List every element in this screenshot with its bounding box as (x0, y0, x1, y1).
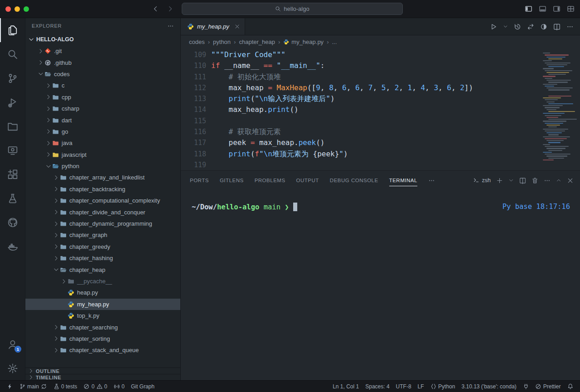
status-ports[interactable]: 0 (111, 381, 128, 392)
line-number[interactable]: 110 (181, 60, 206, 71)
line-number[interactable]: 117 (181, 137, 206, 148)
tree-item-python[interactable]: python (25, 160, 180, 172)
code-line-118[interactable]: 118 print(f"\n堆顶元素为 {peek}") (181, 149, 580, 160)
open-changes-button[interactable] (527, 23, 534, 30)
layout-grid-button[interactable] (567, 5, 575, 13)
activity-project-manager[interactable] (0, 114, 25, 138)
tab-my-heap-py[interactable]: my_heap.py (181, 18, 245, 35)
panel-tab-debug-console[interactable]: DEBUG CONSOLE (330, 175, 378, 186)
line-number[interactable]: 109 (181, 49, 206, 60)
terminal-profiles-button[interactable] (508, 178, 514, 183)
command-center-search[interactable]: hello-algo (182, 3, 403, 15)
status-problems[interactable]: 00 (80, 381, 110, 392)
code-line-109[interactable]: 109"""Driver Code""" (181, 49, 580, 60)
tree-item-my-heap-py[interactable]: my_heap.py (25, 299, 180, 310)
tree-item-chapter-divide-and-conquer[interactable]: chapter_divide_and_conquer (25, 206, 180, 218)
status-indentation[interactable]: Spaces: 4 (362, 381, 392, 392)
tree-item-chapter-greedy[interactable]: chapter_greedy (25, 241, 180, 252)
panel-tab-problems[interactable]: PROBLEMS (255, 175, 285, 186)
layout-sidebar-right-button[interactable] (553, 5, 561, 13)
tree-item-chapter-computational-complexity[interactable]: chapter_computational_complexity (25, 195, 180, 206)
tree-item-chapter-array-and-linkedlist[interactable]: chapter_array_and_linkedlist (25, 172, 180, 183)
line-number[interactable]: 118 (181, 149, 206, 160)
tree-item-chapter-sorting[interactable]: chapter_sorting (25, 333, 180, 344)
status-remote-indicator[interactable] (4, 381, 16, 392)
activity-testing[interactable] (0, 186, 25, 210)
status-cursor-position[interactable]: Ln 1, Col 1 (329, 381, 362, 392)
breadcrumb-item-python[interactable]: python (213, 39, 231, 45)
panel-tabs-more-button[interactable] (428, 177, 435, 184)
tree-item-chapter-searching[interactable]: chapter_searching (25, 321, 180, 333)
tree-item-cpp[interactable]: cpp (25, 92, 180, 103)
status-language-mode[interactable]: Python (427, 381, 459, 392)
status-connection[interactable] (520, 381, 532, 392)
status-python-interpreter[interactable]: 3.10.13 ('base': conda) (458, 381, 519, 392)
panel-tab-terminal[interactable]: TERMINAL (389, 175, 417, 186)
breadcrumb-item-my-heap-py[interactable]: my_heap.py (283, 39, 324, 45)
code-editor[interactable]: 109"""Driver Code"""110if __name__ == "_… (181, 48, 580, 170)
kill-terminal-button[interactable] (532, 177, 538, 184)
minimize-window-button[interactable] (14, 6, 20, 12)
status-git-branch[interactable]: main (16, 381, 50, 392)
breadcrumb-item-codes[interactable]: codes (189, 39, 205, 45)
code-line-116[interactable]: 116 # 获取堆顶元素 (181, 126, 580, 137)
section-outline[interactable]: OUTLINE (25, 368, 180, 374)
tree-item-pycache[interactable]: __pycache__ (25, 276, 180, 287)
status-git-graph[interactable]: Git Graph (128, 381, 158, 392)
navigate-forward-button[interactable] (164, 3, 176, 15)
activity-settings[interactable] (0, 356, 25, 380)
split-editor-button[interactable] (553, 23, 561, 30)
tree-root-hello-algo[interactable]: HELLO-ALGO (25, 34, 180, 45)
minimap[interactable] (543, 52, 575, 165)
close-tab-button[interactable] (234, 24, 240, 29)
status-tests[interactable]: 0 tests (50, 381, 81, 392)
activity-remote-explorer[interactable] (0, 138, 25, 162)
code-line-113[interactable]: 113 print("\n输入列表并建堆后") (181, 93, 580, 104)
activity-source-control[interactable] (0, 66, 25, 90)
tree-item-chapter-graph[interactable]: chapter_graph (25, 229, 180, 241)
navigate-back-button[interactable] (149, 3, 162, 15)
panel-more-actions-button[interactable] (544, 177, 551, 184)
tree-item-chapter-heap[interactable]: chapter_heap (25, 264, 180, 275)
status-prettier[interactable]: Prettier (532, 381, 564, 392)
tree-item-heap-py[interactable]: heap.py (25, 287, 180, 298)
status-encoding[interactable]: UTF-8 (393, 381, 415, 392)
tree-item-codes[interactable]: codes (25, 68, 180, 80)
section-timeline[interactable]: TIMELINE (25, 374, 180, 380)
status-notifications[interactable] (564, 381, 577, 392)
code-line-117[interactable]: 117 peek = max_heap.peek() (181, 137, 580, 148)
line-number[interactable]: 111 (181, 72, 206, 82)
code-line-114[interactable]: 114 max_heap.print() (181, 104, 580, 115)
code-line-110[interactable]: 110if __name__ == "__main__": (181, 60, 580, 71)
line-number[interactable]: 114 (181, 104, 206, 115)
panel-tab-output[interactable]: OUTPUT (296, 175, 319, 186)
tree-item-chapter-dynamic-programming[interactable]: chapter_dynamic_programming (25, 218, 180, 229)
breadcrumb-item-[interactable]: ... (332, 39, 337, 45)
line-number[interactable]: 115 (181, 116, 206, 126)
activity-explorer[interactable] (0, 18, 25, 42)
code-line-112[interactable]: 112 max_heap = MaxHeap([9, 8, 6, 6, 7, 5… (181, 82, 580, 93)
tree-item-chapter-hashing[interactable]: chapter_hashing (25, 252, 180, 264)
terminal-instance-zsh[interactable]: zsh (473, 177, 491, 184)
line-number[interactable]: 112 (181, 82, 206, 93)
breadcrumb-item-chapter-heap[interactable]: chapter_heap (239, 39, 275, 45)
layout-panel-button[interactable] (539, 5, 546, 13)
close-panel-button[interactable] (567, 177, 574, 184)
panel-tab-ports[interactable]: PORTS (190, 175, 209, 186)
run-options-button[interactable] (503, 24, 508, 29)
tree-item-git[interactable]: .git (25, 45, 180, 57)
tree-item-dart[interactable]: dart (25, 114, 180, 126)
activity-search[interactable] (0, 42, 25, 66)
timeline-history-button[interactable] (514, 23, 521, 30)
tree-item-java[interactable]: java (25, 137, 180, 149)
code-line-115[interactable]: 115 (181, 116, 580, 126)
terminal[interactable]: ~/Dow/hello-algo main ❯ Py base 18:17:16 (181, 190, 580, 380)
tree-item-csharp[interactable]: csharp (25, 103, 180, 114)
more-actions-button[interactable] (566, 23, 574, 30)
tree-item-github[interactable]: .github (25, 57, 180, 68)
tree-item-javascript[interactable]: javascript (25, 149, 180, 160)
line-number[interactable]: 113 (181, 93, 206, 104)
zoom-window-button[interactable] (24, 6, 29, 12)
split-terminal-button[interactable] (519, 177, 526, 184)
close-window-button[interactable] (5, 6, 11, 12)
